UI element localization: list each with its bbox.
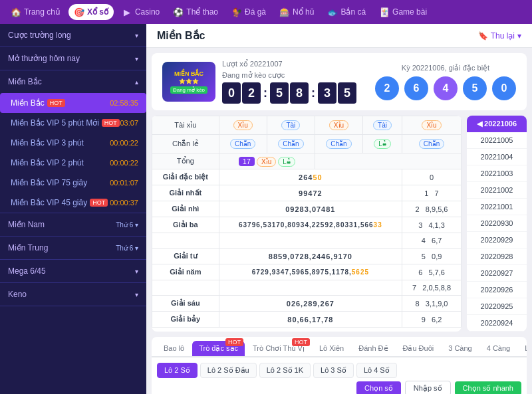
date-20221002[interactable]: 20221002 [467, 182, 527, 199]
nav-ban-ca[interactable]: 🐟 Bắn cá [322, 4, 371, 20]
hot-badge-mien-bac: HOT [47, 99, 65, 107]
the-thao-icon: ⚽ [173, 7, 184, 17]
nav-casino[interactable]: ▶ Casino [116, 4, 165, 20]
sidebar-item-75[interactable]: Miền Bắc VIP 75 giây 00:01:07 [0, 173, 146, 193]
hot-badge-vip5: HOT [102, 119, 120, 127]
tab-tro-choi-thu-vi[interactable]: Trò Chơi Thú Vị HOT [246, 341, 311, 356]
tab-lo-xien[interactable]: Lô Xiên [313, 341, 350, 356]
nav-no-hu[interactable]: 🎰 Nổ hũ [274, 4, 319, 20]
date-20220925[interactable]: 20220925 [467, 298, 527, 315]
sidebar: Cược trường long ▾ Mở thưởng hôm nay ▾ M… [0, 24, 146, 394]
results-table: Tài xỉu Xỉu Tài Xỉu Tài Xỉu Chẵn lẻ Chẵn… [152, 116, 462, 328]
bet-controls-right: Chọn số Nhập số Chọn số nhanh [356, 381, 521, 394]
table-row: Giải bảy 80,66,17,78 9 6,2 [152, 312, 462, 328]
countdown: 0 2 : 5 8 : 3 5 [222, 82, 356, 104]
table-row: Giải tư 8859,0728,2446,9170 5 0,9 [152, 248, 462, 264]
sidebar-header-mien-bac[interactable]: Miền Bắc ▴ [0, 70, 146, 93]
tab-3-cang[interactable]: 3 Càng [442, 341, 478, 356]
count-8: 8 [290, 82, 309, 104]
bet-lo-3so[interactable]: Lô 3 Số [313, 363, 354, 378]
table-row: 4 6,7 [152, 233, 462, 248]
count-5b: 5 [338, 82, 356, 104]
tab-dau-duoi[interactable]: Đầu Đuôi [396, 341, 441, 356]
chan-le-row: Chẵn lẻ Chẵn Chẵn Chẵn Lẻ Chẵn [152, 135, 462, 153]
date-20220930[interactable]: 20220930 [467, 215, 527, 232]
main-nav: 🏠 Trang chủ 🎯 Xổ số ▶ Casino ⚽ Thể thao … [0, 0, 532, 24]
banner-right-section: Kỳ 20221006, giải đặc biệt 2 6 4 5 0 [375, 64, 516, 100]
sidebar-item-mien-bac[interactable]: Miền Bắc HOT 02:58:35 [0, 93, 146, 113]
sidebar-section-mo-thuong: Mở thưởng hôm nay ▾ [0, 47, 146, 70]
sidebar-header-keno[interactable]: Keno ▾ [0, 283, 146, 306]
tab-tro-dac-sac[interactable]: Trò đặc sắc HOT [192, 341, 245, 356]
date-20221003[interactable]: 20221003 [467, 165, 527, 182]
chon-so-button[interactable]: Chọn số [356, 381, 401, 394]
no-hu-icon: 🎰 [279, 7, 290, 17]
sidebar-section-mien-bac: Miền Bắc ▴ Miền Bắc HOT 02:58:35 Miền Bắ… [0, 70, 146, 213]
date-20221004[interactable]: 20221004 [467, 149, 527, 165]
date-20220928[interactable]: 20220928 [467, 248, 527, 265]
tab-4-cang[interactable]: 4 Càng [480, 341, 517, 356]
date-20220929[interactable]: 20220929 [467, 232, 527, 248]
sidebar-item-vip45[interactable]: Miền Bắc VIP 45 giây HOT 00:00:37 [0, 193, 146, 213]
active-date: ◀ 20221006 [467, 116, 527, 132]
da-ga-icon: 🐓 [231, 7, 242, 17]
nhap-so-button[interactable]: Nhập số [405, 381, 451, 394]
content-area: Tài xỉu Xỉu Tài Xỉu Tài Xỉu Chẵn lẻ Chẵn… [152, 116, 527, 332]
ball-2: 2 [375, 76, 399, 100]
count-3: 3 [318, 82, 336, 104]
nav-the-thao[interactable]: ⚽ Thể thao [168, 4, 223, 20]
chevron-mo-thuong-icon: ▾ [135, 55, 138, 62]
table-row: 7 2,0,5,8,8 [152, 280, 462, 296]
luot-xo-label: Lượt xổ 20221007 [222, 60, 356, 68]
hot-badge-vip45: HOT [90, 199, 108, 207]
sidebar-item-vip2[interactable]: Miền Bắc VIP 2 phút 00:00:22 [0, 153, 146, 173]
tab-lo-truot[interactable]: Lô Trượt [518, 341, 527, 356]
home-icon: 🏠 [11, 7, 21, 17]
sidebar-item-vip3[interactable]: Miền Bắc VIP 3 phút 00:00:22 [0, 133, 146, 153]
chevron-icon: ▾ [135, 32, 138, 39]
thu-lai-button[interactable]: 🔖 Thu lại ▾ [478, 31, 521, 41]
bet-lo-2so-dau[interactable]: Lô 2 Số Đầu [200, 363, 257, 378]
mien-bac-logo: MIỀN BẮC ⭐⭐⭐ Đang mở kèo [162, 62, 215, 102]
sidebar-section-mega: Mega 6/45 ▾ [0, 260, 146, 283]
nav-trang-chu[interactable]: 🏠 Trang chủ [5, 4, 66, 20]
nav-xo-so[interactable]: 🎯 Xổ số [68, 4, 114, 20]
sidebar-section-keno: Keno ▾ [0, 283, 146, 306]
xo-so-icon: 🎯 [74, 7, 84, 17]
sidebar-section-cuoc: Cược trường long ▾ [0, 24, 146, 47]
ball-4: 4 [434, 76, 458, 100]
date-20221005[interactable]: 20221005 [467, 132, 527, 149]
main-layout: Cược trường long ▾ Mở thưởng hôm nay ▾ M… [0, 24, 532, 394]
tab-bao-lo[interactable]: Bao lô [157, 341, 191, 356]
date-20221001[interactable]: 20221001 [467, 199, 527, 215]
date-20220927[interactable]: 20220927 [467, 265, 527, 282]
ball-6: 6 [404, 76, 428, 100]
table-row: Giải nhất 99472 1 7 [152, 185, 462, 201]
date-20220924[interactable]: 20220924 [467, 315, 527, 332]
bet-lo-4so[interactable]: Lô 4 Số [356, 363, 397, 378]
nav-game-bai[interactable]: 🃏 Game bài [374, 4, 432, 20]
nav-da-ga[interactable]: 🐓 Đá gà [226, 4, 271, 20]
chon-so-nhanh-button[interactable]: Chọn số nhanh [455, 381, 521, 394]
count-5: 5 [270, 82, 289, 104]
tai-xiu-row: Tài xỉu Xỉu Tài Xỉu Tài Xỉu [152, 116, 462, 135]
game-bai-icon: 🃏 [379, 7, 390, 17]
sidebar-item-vip5[interactable]: Miền Bắc VIP 5 phút Mới HOT 03:07 [0, 113, 146, 133]
sidebar-header-mega[interactable]: Mega 6/45 ▾ [0, 260, 146, 282]
page-title: Miền Bắc [157, 29, 205, 42]
tong-row: Tổng 17 Xỉu Lẻ [152, 153, 462, 169]
banner-info: Lượt xổ 20221007 Đang mở kèo cược 0 2 : … [222, 60, 356, 104]
sidebar-header-mo-thuong[interactable]: Mở thưởng hôm nay ▾ [0, 47, 146, 70]
count-2: 2 [242, 82, 261, 104]
date-20220926[interactable]: 20220926 [467, 282, 527, 298]
table-row: Giải đặc biệt 26450 0 [152, 169, 462, 185]
sidebar-header-mien-nam[interactable]: Miền Nam Thứ 6 ▾ [0, 213, 146, 236]
sidebar-header-mien-trung[interactable]: Miền Trung Thứ 6 ▾ [0, 237, 146, 259]
special-balls: 2 6 4 5 0 [375, 76, 516, 100]
bet-lo-2so[interactable]: Lô 2 Số [157, 363, 198, 378]
tab-danh-de[interactable]: Đánh Đề [352, 341, 394, 356]
table-row: Giải sáu 026,289,267 8 3,1,9,0 [152, 296, 462, 312]
main-content: Miền Bắc 🔖 Thu lại ▾ MIỀN BẮC ⭐⭐⭐ Đang m… [146, 24, 532, 394]
bet-lo-2so-1k[interactable]: Lô 2 Số 1K [259, 363, 311, 378]
sidebar-header-cuoc[interactable]: Cược trường long ▾ [0, 24, 146, 47]
